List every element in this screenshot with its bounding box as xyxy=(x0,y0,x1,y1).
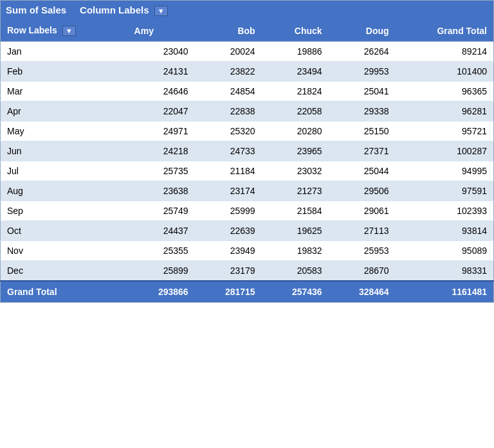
grand-total-doug: 328464 xyxy=(329,281,396,303)
header-row-2: Row Labels ▼ Amy Bob Chuck Doug Grand To… xyxy=(1,20,494,42)
cell-feb-chuck: 23494 xyxy=(262,62,329,82)
cell-dec-amy: 25899 xyxy=(128,261,195,282)
cell-oct-doug: 27113 xyxy=(329,221,396,241)
row-labels-text: Row Labels xyxy=(7,25,57,35)
cell-nov-total: 95089 xyxy=(396,241,494,261)
column-labels-label: Column Labels xyxy=(80,4,149,15)
cell-apr-label: Apr xyxy=(1,102,128,121)
cell-aug-label: Aug xyxy=(1,181,128,201)
cell-feb-doug: 29953 xyxy=(329,62,396,82)
table-row: Jun24218247332396527371100287 xyxy=(1,141,494,161)
cell-jul-label: Jul xyxy=(1,161,128,181)
col-header-chuck: Chuck xyxy=(262,20,329,42)
col-header-doug: Doug xyxy=(329,20,396,42)
cell-sep-doug: 29061 xyxy=(329,201,396,221)
cell-aug-doug: 29506 xyxy=(329,181,396,201)
cell-jul-total: 94995 xyxy=(396,161,494,181)
table-row: Sep25749259992158429061102393 xyxy=(1,201,494,221)
cell-jan-bob: 20024 xyxy=(195,42,262,62)
cell-aug-bob: 23174 xyxy=(195,181,262,201)
table-row: Mar2464624854218242504196365 xyxy=(1,82,494,102)
cell-aug-amy: 23638 xyxy=(128,181,195,201)
cell-feb-total: 101400 xyxy=(396,62,494,82)
cell-mar-amy: 24646 xyxy=(128,82,195,102)
cell-nov-chuck: 19832 xyxy=(262,241,329,261)
cell-dec-total: 98331 xyxy=(396,261,494,282)
cell-may-label: May xyxy=(1,121,128,141)
row-labels-dropdown[interactable]: ▼ xyxy=(62,26,76,36)
col-header-amy: Amy xyxy=(128,20,195,42)
sum-of-sales-label: Sum of Sales xyxy=(6,4,66,15)
cell-mar-total: 96365 xyxy=(396,82,494,102)
column-labels-dropdown[interactable]: ▼ xyxy=(154,6,168,16)
grand-total-total: 1161481 xyxy=(396,281,494,303)
cell-jan-doug: 26264 xyxy=(329,42,396,62)
cell-mar-label: Mar xyxy=(1,82,128,102)
cell-jun-bob: 24733 xyxy=(195,141,262,161)
cell-may-bob: 25320 xyxy=(195,121,262,141)
cell-sep-total: 102393 xyxy=(396,201,494,221)
table-row: May2497125320202802515095721 xyxy=(1,121,494,141)
table-row: Nov2535523949198322595395089 xyxy=(1,241,494,261)
cell-jul-doug: 25044 xyxy=(329,161,396,181)
grand-total-amy: 293866 xyxy=(128,281,195,303)
table-row: Oct2443722639196252711393814 xyxy=(1,221,494,241)
cell-feb-amy: 24131 xyxy=(128,62,195,82)
cell-mar-bob: 24854 xyxy=(195,82,262,102)
cell-jan-chuck: 19886 xyxy=(262,42,329,62)
grand-total-chuck: 257436 xyxy=(262,281,329,303)
cell-jan-total: 89214 xyxy=(396,42,494,62)
cell-aug-chuck: 21273 xyxy=(262,181,329,201)
cell-nov-amy: 25355 xyxy=(128,241,195,261)
cell-feb-label: Feb xyxy=(1,62,128,82)
cell-may-chuck: 20280 xyxy=(262,121,329,141)
cell-nov-bob: 23949 xyxy=(195,241,262,261)
cell-apr-total: 96281 xyxy=(396,102,494,121)
cell-jan-amy: 23040 xyxy=(128,42,195,62)
cell-may-total: 95721 xyxy=(396,121,494,141)
table-row: Aug2363823174212732950697591 xyxy=(1,181,494,201)
cell-mar-chuck: 21824 xyxy=(262,82,329,102)
cell-jul-bob: 21184 xyxy=(195,161,262,181)
cell-dec-label: Dec xyxy=(1,261,128,282)
pivot-table: Sum of Sales Column Labels ▼ Row Labels … xyxy=(0,0,494,303)
cell-sep-chuck: 21584 xyxy=(262,201,329,221)
cell-apr-doug: 29338 xyxy=(329,102,396,121)
cell-jun-total: 100287 xyxy=(396,141,494,161)
col-header-bob: Bob xyxy=(195,20,262,42)
cell-jun-doug: 27371 xyxy=(329,141,396,161)
header-row-1: Sum of Sales Column Labels ▼ xyxy=(1,1,494,21)
cell-feb-bob: 23822 xyxy=(195,62,262,82)
cell-oct-total: 93814 xyxy=(396,221,494,241)
row-labels-header: Row Labels ▼ xyxy=(1,20,128,42)
cell-dec-doug: 28670 xyxy=(329,261,396,282)
cell-jun-label: Jun xyxy=(1,141,128,161)
table-row: Jan2304020024198862626489214 xyxy=(1,42,494,62)
cell-dec-bob: 23179 xyxy=(195,261,262,282)
cell-sep-label: Sep xyxy=(1,201,128,221)
cell-apr-amy: 22047 xyxy=(128,102,195,121)
cell-nov-doug: 25953 xyxy=(329,241,396,261)
table-row: Dec2589923179205832867098331 xyxy=(1,261,494,282)
table-row: Jul2573521184230322504494995 xyxy=(1,161,494,181)
cell-may-doug: 25150 xyxy=(329,121,396,141)
cell-sep-amy: 25749 xyxy=(128,201,195,221)
cell-mar-doug: 25041 xyxy=(329,82,396,102)
cell-apr-bob: 22838 xyxy=(195,102,262,121)
table-row: Apr2204722838220582933896281 xyxy=(1,102,494,121)
cell-oct-bob: 22639 xyxy=(195,221,262,241)
cell-apr-chuck: 22058 xyxy=(262,102,329,121)
cell-may-amy: 24971 xyxy=(128,121,195,141)
cell-dec-chuck: 20583 xyxy=(262,261,329,282)
cell-nov-label: Nov xyxy=(1,241,128,261)
cell-sep-bob: 25999 xyxy=(195,201,262,221)
cell-jan-label: Jan xyxy=(1,42,128,62)
table-row: Feb24131238222349429953101400 xyxy=(1,62,494,82)
col-header-grand-total: Grand Total xyxy=(396,20,494,42)
grand-total-row: Grand Total 293866 281715 257436 328464 … xyxy=(1,281,494,303)
cell-jul-chuck: 23032 xyxy=(262,161,329,181)
cell-jun-amy: 24218 xyxy=(128,141,195,161)
cell-oct-chuck: 19625 xyxy=(262,221,329,241)
grand-total-label: Grand Total xyxy=(1,281,128,303)
cell-jun-chuck: 23965 xyxy=(262,141,329,161)
